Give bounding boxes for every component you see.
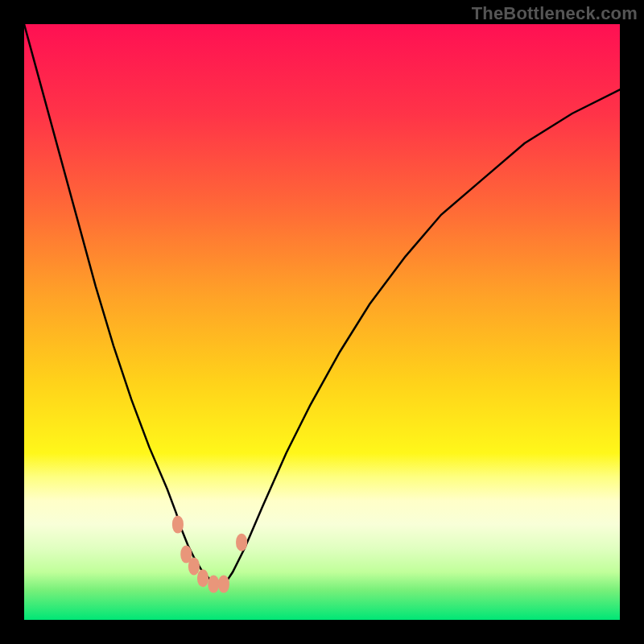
chart-background — [24, 24, 620, 620]
marker-f — [218, 576, 229, 593]
watermark-text: TheBottleneck.com — [472, 3, 638, 24]
marker-a — [172, 516, 184, 534]
marker-d — [197, 569, 208, 587]
marker-e — [208, 576, 219, 593]
chart-frame — [24, 24, 620, 620]
marker-g — [236, 534, 247, 551]
marker-c — [188, 557, 200, 575]
bottleneck-chart — [24, 24, 620, 620]
